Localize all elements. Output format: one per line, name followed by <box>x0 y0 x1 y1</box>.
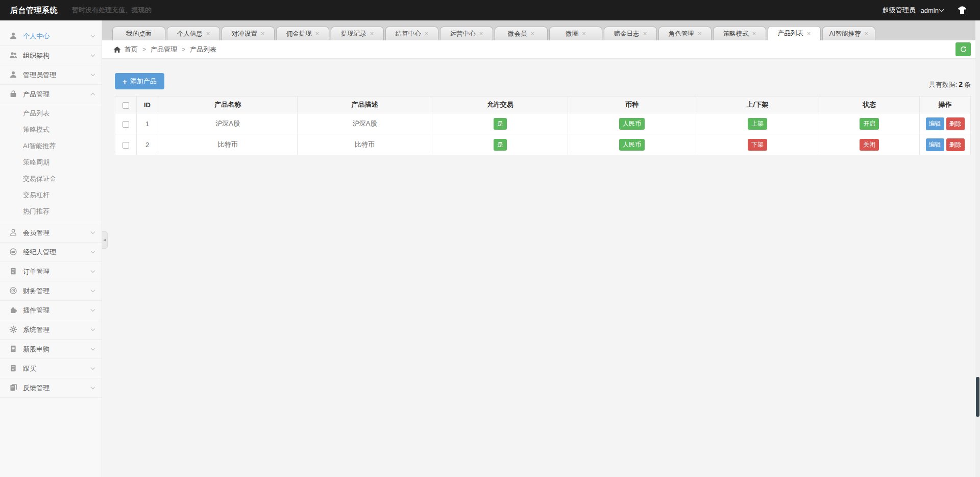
tab-close-icon[interactable]: × <box>643 30 647 37</box>
theme-shirt-icon[interactable] <box>958 6 967 14</box>
tab-close-icon[interactable]: × <box>315 30 320 37</box>
chevron-down-icon <box>91 307 95 312</box>
tab-close-icon[interactable]: × <box>261 30 265 37</box>
row-checkbox[interactable] <box>122 142 129 149</box>
plus-icon: + <box>122 78 127 85</box>
sidebar-collapse-handle[interactable]: ◀ <box>102 231 108 249</box>
row-checkbox[interactable] <box>122 121 129 128</box>
breadcrumb-item[interactable]: 首页 <box>125 45 138 54</box>
tab-close-icon[interactable]: × <box>370 30 374 37</box>
sidebar-subitem-trade-leverage[interactable]: 交易杠杆 <box>0 187 102 203</box>
sidebar-item-new-stock[interactable]: 新股申购 <box>0 340 102 359</box>
gear-icon <box>9 325 18 334</box>
column-header: 币种 <box>568 97 696 113</box>
sidebar-item-finance-management[interactable]: 财务管理 <box>0 281 102 301</box>
bag-icon <box>9 90 18 99</box>
chevron-up-icon <box>91 93 95 97</box>
sidebar-subitem-trade-margin[interactable]: 交易保证金 <box>0 171 102 187</box>
tab-strategy-mode[interactable]: 策略模式× <box>713 27 766 40</box>
sidebar-item-product-management[interactable]: 产品管理 <box>0 85 102 104</box>
add-product-button[interactable]: + 添加产品 <box>115 73 164 89</box>
sidebar-item-organization[interactable]: 组织架构 <box>0 46 102 65</box>
sidebar-item-system-management[interactable]: 系统管理 <box>0 320 102 340</box>
tab-role-management[interactable]: 角色管理× <box>658 27 712 40</box>
sidebar-item-plugin-management[interactable]: 插件管理 <box>0 301 102 320</box>
sidebar-item-label: 产品管理 <box>23 90 91 99</box>
sidebar-item-feedback-management[interactable]: 反馈管理 <box>0 378 102 398</box>
doc-icon <box>9 345 18 353</box>
tab-close-icon[interactable]: × <box>582 30 586 37</box>
tab-close-icon[interactable]: × <box>752 30 756 37</box>
select-all-checkbox[interactable] <box>122 102 129 109</box>
tab-my-desktop[interactable]: 我的桌面 <box>112 27 165 40</box>
column-header: 状态 <box>819 97 920 113</box>
broker-icon <box>9 248 18 256</box>
delete-button[interactable]: 删除 <box>946 138 965 151</box>
sidebar-item-personal-center[interactable]: 个人中心 <box>0 27 102 46</box>
tab-micro-circle[interactable]: 微圈× <box>549 27 602 40</box>
breadcrumb-separator: > <box>182 46 185 53</box>
sidebar-item-label: 财务管理 <box>23 287 91 296</box>
topbar-user-area: 超级管理员 admin <box>883 6 980 15</box>
cell-allow-trade: 是 <box>432 134 568 155</box>
tab-withdraw-records[interactable]: 提现记录× <box>331 27 384 40</box>
member-icon <box>9 228 18 237</box>
edit-button[interactable]: 编辑 <box>926 138 944 151</box>
topbar-notice: 暂时没有处理充值、提现的 <box>72 6 152 15</box>
scrollbar-thumb[interactable] <box>976 377 979 417</box>
refresh-button[interactable] <box>955 42 971 56</box>
cell-actions: 编辑删除 <box>920 134 971 155</box>
sidebar-subitem-hot-recommend[interactable]: 热门推荐 <box>0 203 102 220</box>
tab-product-list[interactable]: 产品列表× <box>768 26 821 40</box>
topbar: 后台管理系统 暂时没有处理充值、提现的 超级管理员 admin <box>0 0 980 20</box>
chevron-down-icon <box>91 366 95 370</box>
tab-close-icon[interactable]: × <box>479 30 483 37</box>
cell-product-description: 比特币 <box>298 134 432 155</box>
delete-button[interactable]: 删除 <box>946 117 965 130</box>
sidebar-item-label: 新股申购 <box>23 345 91 354</box>
app-title: 后台管理系统 <box>0 6 72 15</box>
tab-close-icon[interactable]: × <box>807 30 811 37</box>
tab-close-icon[interactable]: × <box>698 30 702 37</box>
breadcrumb: 首页>产品管理>产品列表 <box>125 45 216 54</box>
breadcrumb-item[interactable]: 产品列表 <box>190 45 216 54</box>
tab-label: 微圈 <box>566 30 578 38</box>
shelf-status-badge: 下架 <box>748 139 767 151</box>
cell-product-description: 沪深A股 <box>298 113 432 134</box>
allow-trade-badge: 是 <box>494 118 507 130</box>
cell-status: 开启 <box>819 113 920 134</box>
status-badge: 关闭 <box>860 139 879 151</box>
column-header: 操作 <box>920 97 971 113</box>
sidebar-subitem-strategy-cycle[interactable]: 策略周期 <box>0 154 102 171</box>
tab-personal-info[interactable]: 个人信息× <box>167 27 220 40</box>
sidebar-item-admin-management[interactable]: 管理员管理 <box>0 65 102 85</box>
tab-commission-withdraw[interactable]: 佣金提现× <box>276 27 329 40</box>
row-select-cell <box>115 113 137 134</box>
tab-settlement-center[interactable]: 结算中心× <box>385 27 438 40</box>
edit-button[interactable]: 编辑 <box>926 117 944 130</box>
tab-hedge-settings[interactable]: 对冲设置× <box>222 27 275 40</box>
sidebar-subitem-ai-recommend[interactable]: AI智能推荐 <box>0 138 102 154</box>
sidebar-item-order-management[interactable]: 订单管理 <box>0 262 102 281</box>
tab-close-icon[interactable]: × <box>206 30 210 37</box>
sidebar-subitem-strategy-mode[interactable]: 策略模式 <box>0 122 102 138</box>
tab-ai-recommend[interactable]: AI智能推荐× <box>822 27 875 40</box>
tab-operation-center[interactable]: 运营中心× <box>440 27 493 40</box>
scrollbar-track[interactable] <box>975 20 980 477</box>
sidebar-item-label: 会员管理 <box>23 228 91 237</box>
sidebar-subitem-product-list[interactable]: 产品列表 <box>0 105 102 122</box>
product-table: ID产品名称产品描述允许交易币种上/下架状态操作 1沪深A股沪深A股是人民币上架… <box>115 96 971 155</box>
username-menu[interactable]: admin <box>921 7 945 14</box>
tab-close-icon[interactable]: × <box>425 30 429 37</box>
chevron-down-icon <box>91 230 95 234</box>
tab-micro-member[interactable]: 微会员× <box>495 27 548 40</box>
cell-currency: 人民币 <box>568 113 696 134</box>
breadcrumb-item[interactable]: 产品管理 <box>151 45 177 54</box>
sidebar-item-follow-buy[interactable]: 跟买 <box>0 359 102 378</box>
sidebar-item-broker-management[interactable]: 经纪人管理 <box>0 243 102 262</box>
tab-bonus-log[interactable]: 赠金日志× <box>604 27 657 40</box>
sidebar-item-member-management[interactable]: 会员管理 <box>0 223 102 243</box>
tab-close-icon[interactable]: × <box>865 30 869 37</box>
table-row: 1沪深A股沪深A股是人民币上架开启编辑删除 <box>115 113 971 134</box>
tab-close-icon[interactable]: × <box>530 30 534 37</box>
